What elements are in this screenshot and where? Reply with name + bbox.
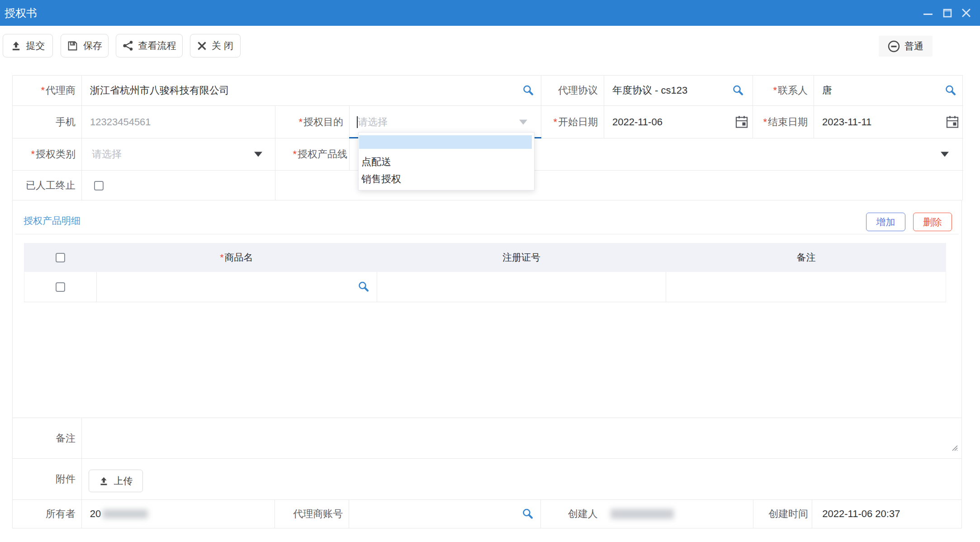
contact-value: 唐 [822,84,832,97]
window-title: 授权书 [5,0,37,26]
product-name-cell[interactable] [97,272,377,302]
remark-label: 备注 [56,432,76,445]
mobile-value: 12323454561 [90,116,151,128]
note-cell[interactable] [666,272,946,302]
resize-grip-icon[interactable] [951,444,958,453]
save-icon [67,40,78,52]
footer-row: 所有者 20 代理商账号 创建人 创建时间 2022-11-06 20:37 [13,499,961,528]
detail-section-header: 授权产品明细 增加 删除 [13,200,961,234]
end-date-label: 结束日期 [768,115,808,129]
delete-row-button[interactable]: 删除 [913,213,952,231]
attachment-label-cell: 附件 [13,459,82,499]
upload-icon [99,476,109,486]
start-date-label-cell: *开始日期 [541,106,604,138]
product-table-header: *商品名 注册证号 备注 [24,243,946,272]
terminated-cell [82,171,275,200]
agreement-search-icon[interactable] [732,85,743,96]
save-button[interactable]: 保存 [61,34,109,57]
required-mark: * [41,85,45,96]
creator-value-cell [604,500,754,528]
agent-field[interactable]: 浙江省杭州市八骏科技有限公司 [82,76,541,106]
reg-no-cell[interactable] [377,272,667,302]
section-divider [15,234,959,234]
required-mark: * [298,116,303,128]
owner-value-prefix: 20 [90,508,101,520]
select-all-checkbox[interactable] [56,253,65,262]
window-close-button[interactable] [958,0,974,26]
window-minimize-button[interactable] [920,0,936,26]
required-mark: * [220,252,223,262]
contact-label: 联系人 [778,84,808,97]
category-placeholder: 请选择 [92,147,122,161]
product-search-icon[interactable] [358,281,369,293]
end-date-value: 2023-11-11 [822,116,871,128]
minus-circle-icon [888,40,900,52]
category-dropdown-arrow-icon[interactable] [254,152,262,157]
remark-textarea[interactable] [82,418,961,458]
agent-account-label-cell: 代理商账号 [275,500,349,528]
column-header-name: *商品名 [96,251,377,264]
contact-search-icon[interactable] [945,85,956,96]
agent-value: 浙江省杭州市八骏科技有限公司 [90,84,229,97]
creator-label: 创建人 [568,507,598,521]
close-form-button[interactable]: 关 闭 [190,34,241,57]
agent-account-search-icon[interactable] [522,509,533,520]
terminated-checkbox[interactable] [94,181,104,190]
agent-account-label: 代理商账号 [293,507,343,521]
owner-redacted-value [103,509,148,518]
agent-label-cell: *代理商 [13,76,82,106]
view-flow-button[interactable]: 查看流程 [116,34,183,57]
upload-icon [11,41,21,51]
product-table-row [24,272,946,302]
agreement-value: 年度协议 - cs123 [612,84,687,97]
dropdown-option-xiaoshoushouquan[interactable]: 销售授权 [359,171,534,188]
purpose-dropdown-arrow-icon[interactable] [519,119,527,124]
category-select[interactable]: 请选择 [82,138,275,171]
end-date-calendar-icon[interactable] [946,115,959,128]
dropdown-option-label: 销售授权 [361,173,401,185]
end-date-field[interactable]: 2023-11-11 [814,106,963,138]
start-date-field[interactable]: 2022-11-06 [604,106,753,138]
required-mark: * [293,148,297,160]
mobile-field[interactable]: 12323454561 [82,106,275,138]
agent-account-field[interactable] [349,500,541,528]
agent-label: 代理商 [46,84,76,97]
mobile-label: 手机 [56,115,76,129]
required-mark: * [763,116,767,128]
product-line-dropdown-arrow-icon[interactable] [941,152,949,157]
close-icon [961,8,971,18]
upload-button[interactable]: 上传 [89,470,143,492]
add-row-button[interactable]: 增加 [866,213,905,231]
dropdown-option-dianpeisong[interactable]: 点配送 [359,153,534,171]
start-date-value: 2022-11-06 [612,116,663,128]
purpose-label-cell: *授权目的 [275,106,350,138]
owner-value-cell: 20 [82,500,275,528]
contact-field[interactable]: 唐 [814,76,963,106]
created-time-value-cell: 2022-11-06 20:37 [812,500,961,528]
save-label: 保存 [83,39,102,52]
maximize-icon [943,9,952,18]
product-line-label: 授权产品线 [298,147,347,161]
agreement-label-cell: 代理协议 [541,76,604,106]
window-maximize-button[interactable] [939,0,956,26]
created-time-label: 创建时间 [768,507,808,521]
owner-label-cell: 所有者 [13,500,82,528]
mode-button[interactable]: 普通 [879,36,933,57]
product-table: *商品名 注册证号 备注 [24,243,946,302]
agreement-field[interactable]: 年度协议 - cs123 [604,76,753,106]
attachment-row: 附件 上传 [13,458,961,499]
start-date-calendar-icon[interactable] [735,115,748,128]
column-header-regno: 注册证号 [377,251,666,264]
terminated-label: 已人工终止 [26,179,76,192]
close-form-label: 关 闭 [212,39,233,52]
dropdown-option-blank[interactable] [359,135,532,149]
row-checkbox[interactable] [56,282,65,292]
submit-button[interactable]: 提交 [3,34,53,57]
terminated-label-cell: 已人工终止 [13,171,82,200]
x-icon [197,41,207,51]
created-time-label-cell: 创建时间 [753,500,812,528]
text-cursor [357,116,358,128]
mobile-label-cell: 手机 [13,106,82,138]
agent-search-icon[interactable] [522,85,534,96]
purpose-dropdown-panel: 点配送 销售授权 [358,132,535,190]
